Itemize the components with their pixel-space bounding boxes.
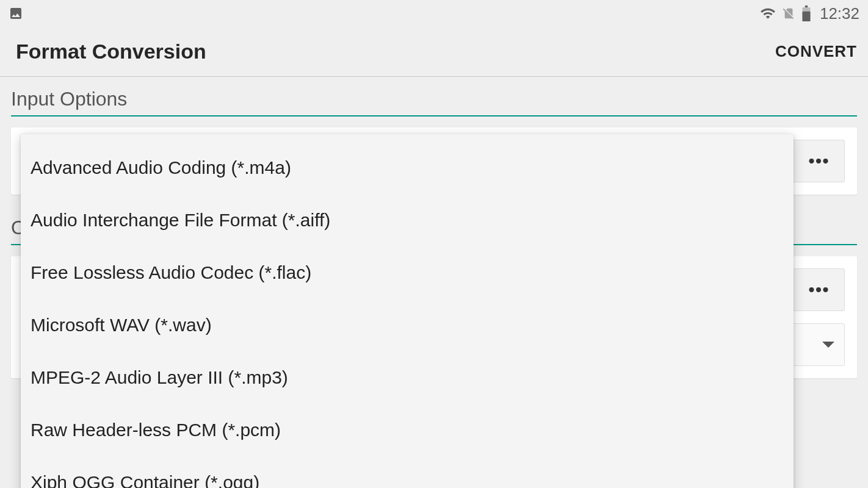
dropdown-item-ogg[interactable]: Xiph OGG Container (*.ogg) (21, 456, 794, 488)
format-dropdown-menu: Advanced Audio Coding (*.m4a) Audio Inte… (21, 134, 794, 488)
dropdown-item-aiff[interactable]: Audio Interchange File Format (*.aiff) (21, 194, 794, 246)
svg-rect-1 (802, 12, 810, 21)
status-bar: 12:32 (0, 0, 868, 27)
image-icon (9, 6, 23, 21)
status-right: 12:32 (760, 4, 859, 23)
dropdown-item-m4a[interactable]: Advanced Audio Coding (*.m4a) (21, 142, 794, 194)
output-browse-button[interactable]: ••• (793, 268, 845, 311)
battery-icon (801, 5, 811, 21)
more-icon: ••• (808, 151, 830, 171)
wifi-icon (760, 5, 776, 21)
chevron-down-icon (822, 342, 834, 348)
convert-button[interactable]: CONVERT (775, 42, 857, 61)
dropdown-item-wav[interactable]: Microsoft WAV (*.wav) (21, 299, 794, 351)
dropdown-item-pcm[interactable]: Raw Header-less PCM (*.pcm) (21, 404, 794, 456)
page-title: Format Conversion (16, 40, 206, 63)
dropdown-item-flac[interactable]: Free Lossless Audio Codec (*.flac) (21, 246, 794, 299)
section-header-input: Input Options (11, 77, 857, 117)
sim-off-icon (782, 7, 795, 20)
dropdown-item-mp3[interactable]: MPEG-2 Audio Layer III (*.mp3) (21, 351, 794, 404)
app-bar: Format Conversion CONVERT (0, 27, 868, 77)
more-icon: ••• (808, 279, 830, 300)
input-browse-button[interactable]: ••• (793, 140, 845, 182)
status-left (9, 6, 23, 21)
svg-rect-2 (805, 5, 808, 7)
status-time: 12:32 (820, 4, 859, 23)
